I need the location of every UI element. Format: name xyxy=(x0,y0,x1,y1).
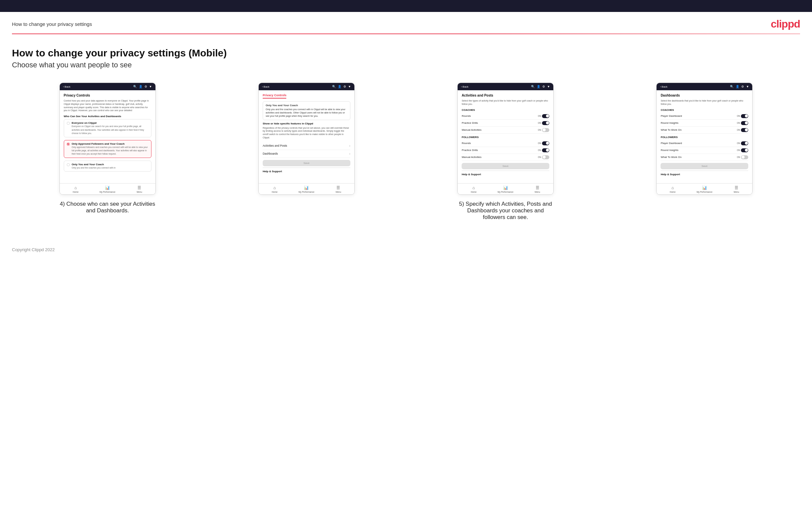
coach-what-to-work-row: What To Work On ON xyxy=(661,127,748,134)
coaches-label-4: COACHES xyxy=(661,109,748,111)
follower-player-dashboard-row: Player Dashboard ON xyxy=(661,140,748,147)
nav-menu-4[interactable]: ☰ Menu xyxy=(720,185,752,193)
back-button-4[interactable]: ‹ Back xyxy=(660,85,667,88)
person-icon[interactable]: 👤 xyxy=(139,85,143,88)
coach-manual-on-label: ON xyxy=(538,129,541,131)
phone-topbar-1: ‹ Back 🔍 👤 ⚙ ▼ xyxy=(60,83,155,90)
privacy-controls-desc: Control how you and your data appears to… xyxy=(64,99,151,112)
nav-home-1[interactable]: ⌂ Home xyxy=(60,185,92,193)
home-icon-2: ⌂ xyxy=(273,185,276,190)
save-button-2[interactable]: Save xyxy=(263,160,350,166)
activities-posts-desc: Select the types of activity that you'd … xyxy=(462,99,549,106)
option-everyone[interactable]: Everyone on Clippd Everyone on Clippd ca… xyxy=(64,119,151,137)
follower-what-to-work-toggle[interactable] xyxy=(741,155,748,159)
privacy-tab[interactable]: Privacy Controls xyxy=(263,94,287,99)
back-button-2[interactable]: ‹ Back xyxy=(262,85,269,88)
coach-round-insights-toggle-group: ON xyxy=(737,121,749,125)
phone-nav-4: ⌂ Home 📊 My Performance ☰ Menu xyxy=(657,183,752,194)
coach-rounds-toggle[interactable] xyxy=(542,114,549,118)
phone-content-4: Dashboards Select the dashboards that yo… xyxy=(657,90,752,183)
option-everyone-text: Everyone on Clippd Everyone on Clippd ca… xyxy=(72,121,148,135)
coach-manual-toggle[interactable] xyxy=(542,128,549,132)
phone-topbar-2: ‹ Back 🔍 👤 ⚙ ▼ xyxy=(259,83,354,90)
activities-posts-link[interactable]: Activities and Posts › xyxy=(263,142,350,150)
follower-manual-row: Manual Activities ON xyxy=(462,154,549,161)
nav-perf-label-2: My Performance xyxy=(299,191,314,193)
phone-content-3: Activities and Posts Select the types of… xyxy=(458,90,553,183)
nav-performance-2[interactable]: 📊 My Performance xyxy=(291,185,322,193)
settings-icon-4[interactable]: ⚙ xyxy=(741,85,744,88)
settings-icon-3[interactable]: ⚙ xyxy=(542,85,545,88)
help-support-2: Help & Support xyxy=(263,168,350,173)
phone-nav-1: ⌂ Home 📊 My Performance ☰ Menu xyxy=(60,183,155,194)
save-button-3[interactable]: Save xyxy=(462,163,549,169)
more-icon-4[interactable]: ▼ xyxy=(746,85,749,88)
save-button-4[interactable]: Save xyxy=(661,163,748,169)
nav-menu-1[interactable]: ☰ Menu xyxy=(123,185,155,193)
nav-performance-1[interactable]: 📊 My Performance xyxy=(92,185,123,193)
follower-what-to-work-on-label: ON xyxy=(737,156,740,158)
chart-icon-3: 📊 xyxy=(503,185,508,190)
nav-menu-3[interactable]: ☰ Menu xyxy=(521,185,553,193)
screenshots-row: ‹ Back 🔍 👤 ⚙ ▼ Privacy Controls Control … xyxy=(12,82,800,221)
follower-what-to-work-label: What To Work On xyxy=(661,156,681,159)
coach-rounds-on-label: ON xyxy=(538,115,541,117)
nav-home-4[interactable]: ⌂ Home xyxy=(657,185,689,193)
coach-drills-toggle[interactable] xyxy=(542,121,549,125)
person-icon-4[interactable]: 👤 xyxy=(735,85,739,88)
radio-approved[interactable] xyxy=(67,143,70,146)
screenshot-group-1: ‹ Back 🔍 👤 ⚙ ▼ Privacy Controls Control … xyxy=(12,82,203,214)
nav-home-label-3: Home xyxy=(471,191,476,193)
coach-what-to-work-toggle[interactable] xyxy=(741,128,748,132)
nav-home-3[interactable]: ⌂ Home xyxy=(458,185,490,193)
nav-perf-label-1: My Performance xyxy=(100,191,115,193)
search-icon-2[interactable]: 🔍 xyxy=(332,85,336,88)
follower-round-insights-toggle[interactable] xyxy=(741,148,748,152)
menu-icon-2: ☰ xyxy=(337,185,340,190)
dashboards-label: Dashboards xyxy=(263,152,278,155)
option-card-desc: Only you and the coaches you connect wit… xyxy=(266,108,345,117)
nav-menu-2[interactable]: ☰ Menu xyxy=(322,185,354,193)
coach-round-insights-toggle[interactable] xyxy=(741,121,748,125)
radio-only-you[interactable] xyxy=(67,163,70,166)
search-icon-4[interactable]: 🔍 xyxy=(730,85,733,88)
option-approved[interactable]: Only Approved Followers and Your Coach O… xyxy=(64,140,151,158)
person-icon-2[interactable]: 👤 xyxy=(338,85,341,88)
back-chevron-icon-4: ‹ xyxy=(660,85,661,88)
phone-topbar-3: ‹ Back 🔍 👤 ⚙ ▼ xyxy=(458,83,553,90)
more-icon-2[interactable]: ▼ xyxy=(348,85,351,88)
person-icon-3[interactable]: 👤 xyxy=(537,85,540,88)
dashboards-link[interactable]: Dashboards › xyxy=(263,150,350,158)
back-button-3[interactable]: ‹ Back xyxy=(461,85,468,88)
nav-performance-4[interactable]: 📊 My Performance xyxy=(689,185,720,193)
topbar-icons-3: 🔍 👤 ⚙ ▼ xyxy=(531,85,550,88)
coach-manual-row: Manual Activities ON xyxy=(462,127,549,134)
settings-icon[interactable]: ⚙ xyxy=(145,85,147,88)
option-only-you-text: Only You and Your Coach Only you and the… xyxy=(72,163,115,169)
follower-rounds-toggle[interactable] xyxy=(542,142,549,145)
follower-drills-toggle[interactable] xyxy=(542,148,549,152)
option-everyone-label: Everyone on Clippd xyxy=(72,121,148,124)
coach-player-dashboard-toggle[interactable] xyxy=(741,114,748,118)
more-icon[interactable]: ▼ xyxy=(149,85,152,88)
follower-manual-toggle[interactable] xyxy=(542,155,549,159)
back-label-2: Back xyxy=(264,85,270,88)
back-button-1[interactable]: ‹ Back xyxy=(63,85,70,88)
nav-performance-3[interactable]: 📊 My Performance xyxy=(490,185,521,193)
settings-icon-2[interactable]: ⚙ xyxy=(343,85,346,88)
follower-player-dashboard-toggle[interactable] xyxy=(741,142,748,145)
more-icon-3[interactable]: ▼ xyxy=(547,85,550,88)
coach-what-to-work-on-label: ON xyxy=(737,129,740,131)
option-only-you[interactable]: Only You and Your Coach Only you and the… xyxy=(64,161,151,172)
followers-label-4: FOLLOWERS xyxy=(661,136,748,139)
phone-mockup-4: ‹ Back 🔍 👤 ⚙ ▼ Dashboards Select the das… xyxy=(656,82,753,195)
copyright: Copyright Clippd 2022 xyxy=(12,247,55,252)
phone-mockup-2: ‹ Back 🔍 👤 ⚙ ▼ Privacy Controls Only You… xyxy=(258,82,355,195)
home-icon-4: ⌂ xyxy=(671,185,674,190)
search-icon-3[interactable]: 🔍 xyxy=(531,85,535,88)
nav-menu-label-3: Menu xyxy=(535,191,540,193)
coach-manual-label: Manual Activities xyxy=(462,128,481,131)
nav-home-2[interactable]: ⌂ Home xyxy=(259,185,291,193)
search-icon[interactable]: 🔍 xyxy=(133,85,137,88)
radio-everyone[interactable] xyxy=(67,122,70,125)
